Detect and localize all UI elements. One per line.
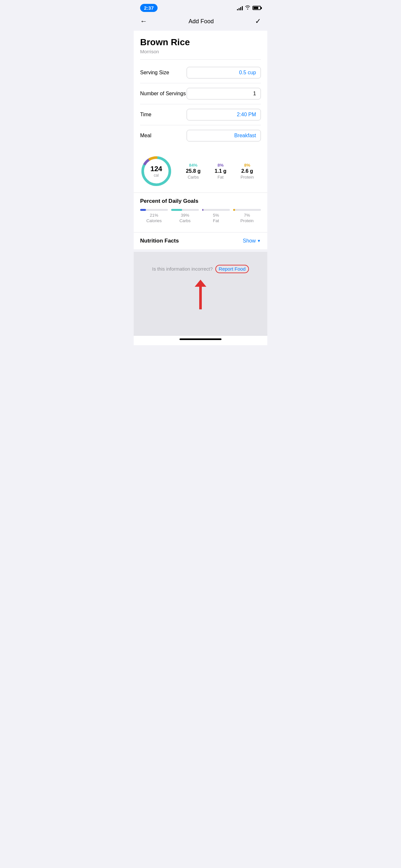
back-button[interactable]: ←	[140, 17, 147, 26]
protein-goal-pct: 7%	[233, 213, 261, 218]
macro-section: 124 cal 84% 25.8 g Carbs 8% 1.1 g Fat 8%…	[134, 149, 267, 192]
show-label: Show	[243, 238, 256, 244]
serving-size-input[interactable]: 0.5 cup	[187, 67, 261, 79]
food-brand: Morrison	[140, 49, 261, 54]
arrow-head	[195, 280, 206, 287]
num-servings-input[interactable]: 1	[187, 88, 261, 99]
battery-icon	[252, 6, 261, 10]
fat-bar-fill	[202, 209, 204, 211]
protein-goal: 7% Protein	[233, 209, 261, 223]
home-indicator	[134, 336, 267, 345]
arrow-shaft	[199, 287, 202, 309]
carbs-bar-fill	[171, 209, 182, 211]
form-section: Serving Size 0.5 cup Number of Servings …	[134, 60, 267, 149]
carbs-goal-pct: 39%	[171, 213, 199, 218]
calorie-ring: 124 cal	[140, 155, 173, 187]
serving-size-label: Serving Size	[140, 70, 169, 75]
carbs-macro: 84% 25.8 g Carbs	[186, 163, 201, 180]
serving-size-row: Serving Size 0.5 cup	[140, 62, 261, 83]
calorie-value: 124	[150, 165, 162, 173]
chevron-down-icon: ▼	[257, 239, 261, 243]
carbs-goal-name: Carbs	[171, 218, 199, 223]
calorie-label: cal	[150, 173, 162, 178]
num-servings-row: Number of Servings 1	[140, 83, 261, 104]
status-time: 2:37	[140, 4, 158, 12]
food-header: Brown Rice Morrison	[134, 31, 267, 59]
protein-value: 2.6 g	[241, 168, 254, 174]
time-row: Time 2:40 PM	[140, 104, 261, 125]
confirm-button[interactable]: ✓	[255, 17, 261, 26]
calories-bar-fill	[140, 209, 146, 211]
report-food-circle: Report Food	[215, 265, 249, 273]
time-label: Time	[140, 112, 151, 118]
protein-label: Protein	[241, 175, 254, 180]
status-bar: 2:37	[134, 0, 267, 14]
macros-grid: 84% 25.8 g Carbs 8% 1.1 g Fat 8% 2.6 g P…	[179, 163, 261, 180]
status-icons	[237, 5, 261, 11]
report-question-row: Is this information incorrect? Report Fo…	[152, 265, 249, 273]
signal-bar-4	[242, 6, 243, 10]
protein-bar-bg	[233, 209, 261, 211]
signal-bars-icon	[237, 6, 243, 10]
report-question-text: Is this information incorrect?	[152, 266, 213, 272]
fat-value: 1.1 g	[215, 168, 226, 174]
bottom-section: Is this information incorrect? Report Fo…	[134, 252, 267, 336]
meal-input[interactable]: Breakfast	[187, 130, 261, 142]
show-nutrition-button[interactable]: Show ▼	[243, 238, 261, 244]
goals-section: Percent of Daily Goals 21% Calories 39% …	[134, 192, 267, 229]
calories-goal-pct: 21%	[140, 213, 168, 218]
signal-bar-1	[237, 9, 238, 10]
arrow-annotation	[195, 280, 206, 309]
carbs-pct: 84%	[186, 163, 201, 167]
num-servings-label: Number of Servings	[140, 91, 186, 97]
nav-header: ← Add Food ✓	[134, 14, 267, 31]
fat-label: Fat	[215, 175, 226, 180]
fat-pct: 8%	[215, 163, 226, 167]
calories-goal-name: Calories	[140, 218, 168, 223]
up-arrow-icon	[195, 280, 206, 309]
calories-goal: 21% Calories	[140, 209, 168, 223]
food-name: Brown Rice	[140, 37, 261, 48]
fat-goal-name: Fat	[202, 218, 230, 223]
fat-macro: 8% 1.1 g Fat	[215, 163, 226, 180]
signal-bar-3	[240, 7, 241, 10]
home-bar	[180, 338, 221, 340]
signal-bar-2	[239, 8, 240, 10]
time-input[interactable]: 2:40 PM	[187, 109, 261, 120]
carbs-label: Carbs	[186, 175, 201, 180]
battery-fill	[253, 7, 258, 9]
fat-bar-bg	[202, 209, 230, 211]
nutrition-facts-section: Nutrition Facts Show ▼	[134, 232, 267, 249]
report-food-button[interactable]: Report Food	[219, 266, 245, 272]
protein-goal-name: Protein	[233, 218, 261, 223]
goals-title: Percent of Daily Goals	[140, 198, 261, 205]
meal-row: Meal Breakfast	[140, 125, 261, 146]
calories-bar-bg	[140, 209, 168, 211]
page-title: Add Food	[189, 18, 214, 25]
meal-label: Meal	[140, 133, 151, 138]
protein-bar-fill	[233, 209, 235, 211]
carbs-goal: 39% Carbs	[171, 209, 199, 223]
fat-goal: 5% Fat	[202, 209, 230, 223]
nutrition-facts-title: Nutrition Facts	[140, 238, 179, 244]
wifi-icon	[245, 5, 251, 11]
carbs-value: 25.8 g	[186, 168, 201, 174]
protein-pct: 8%	[241, 163, 254, 167]
ring-center: 124 cal	[150, 165, 162, 178]
fat-goal-pct: 5%	[202, 213, 230, 218]
protein-macro: 8% 2.6 g Protein	[241, 163, 254, 180]
carbs-bar-bg	[171, 209, 199, 211]
goals-bars: 21% Calories 39% Carbs 5% Fat	[140, 209, 261, 223]
